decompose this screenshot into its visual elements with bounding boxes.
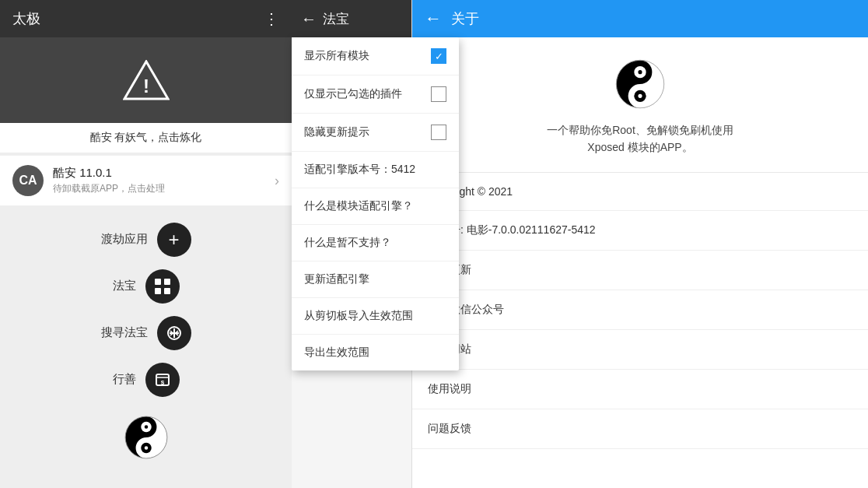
update-engine-label: 更新适配引擎 (304, 272, 369, 286)
export-scope-label: 导出生效范围 (304, 346, 369, 360)
warning-banner: ! (0, 37, 292, 123)
dropdown-show-selected[interactable]: 仅显示已勾选的插件 (292, 75, 459, 114)
fabao-label: 法宝 (113, 279, 136, 293)
show-selected-checkbox[interactable] (431, 86, 446, 102)
svg-point-16 (144, 446, 147, 449)
svg-rect-5 (164, 288, 170, 294)
right-manual[interactable]: 使用说明 (412, 370, 868, 409)
right-website[interactable]: 官方网站 (412, 330, 868, 370)
rescue-label: 渡劫应用 (101, 232, 148, 247)
right-header: ← 关于 (412, 0, 868, 37)
app-icon-label: CA (19, 174, 37, 188)
svg-point-15 (144, 425, 147, 428)
dropdown-panel: 显示所有模块 仅显示已勾选的插件 隐藏更新提示 适配引擎版本号：5412 什么是… (292, 37, 459, 370)
show-all-checkbox[interactable] (431, 48, 446, 64)
dropdown-import-scope[interactable]: 从剪切板导入生效范围 (292, 298, 459, 335)
btn-row-shansen: 行善 $ (113, 363, 180, 397)
middle-back-button[interactable]: ← (301, 10, 317, 28)
warning-text[interactable]: 酷安 有妖气，点击炼化 (0, 123, 292, 153)
btn-row-rescue: 渡劫应用 + (101, 223, 191, 257)
right-copyright: Copyright © 2021 (412, 173, 868, 211)
app-sub: 待卸载截原APP，点击处理 (53, 182, 275, 195)
right-content: 一个帮助你免Root、免解锁免刷机使用Xposed 模块的APP。 Copyri… (412, 37, 868, 488)
hide-update-checkbox[interactable] (431, 125, 446, 140)
search-button[interactable] (157, 316, 191, 350)
dropdown-what-engine[interactable]: 什么是模块适配引擎？ (292, 188, 459, 225)
shansen-button[interactable]: $ (145, 363, 180, 397)
svg-text:!: ! (143, 75, 149, 97)
dropdown-update-engine[interactable]: 更新适配引擎 (292, 262, 459, 298)
right-desc: 一个帮助你免Root、免解锁免刷机使用Xposed 模块的APP。 (547, 121, 733, 156)
dropdown-show-all-modules[interactable]: 显示所有模块 (292, 37, 459, 75)
import-scope-label: 从剪切板导入生效范围 (304, 309, 413, 323)
rescue-button[interactable]: + (157, 223, 191, 257)
svg-rect-3 (164, 279, 170, 285)
menu-icon[interactable]: ⋮ (264, 9, 279, 28)
dropdown-hide-update[interactable]: 隐藏更新提示 (292, 114, 459, 152)
app-icon: CA (12, 165, 44, 196)
app-title: 太极 (12, 9, 264, 28)
right-check-update[interactable]: 检查更新 (412, 251, 868, 290)
show-all-label: 显示所有模块 (304, 49, 369, 63)
right-feedback[interactable]: 问题反馈 (412, 409, 868, 449)
dropdown-what-unsupport[interactable]: 什么是暂不支持？ (292, 225, 459, 262)
svg-rect-4 (155, 288, 161, 294)
chevron-right-icon: › (275, 173, 279, 189)
right-wechat[interactable]: 关注微信公众号 (412, 290, 868, 330)
what-unsupport-label: 什么是暂不支持？ (304, 236, 391, 250)
svg-point-23 (638, 70, 642, 74)
left-header: 太极 ⋮ (0, 0, 292, 37)
shansen-label: 行善 (113, 372, 136, 387)
hide-update-label: 隐藏更新提示 (304, 125, 369, 139)
app-row[interactable]: CA 酷安 11.0.1 待卸载截原APP，点击处理 › (0, 156, 292, 205)
what-engine-label: 什么是模块适配引擎？ (304, 199, 413, 213)
app-name: 酷安 11.0.1 (53, 166, 275, 181)
right-back-button[interactable]: ← (425, 9, 442, 29)
manual-text: 使用说明 (428, 382, 471, 395)
middle-header: ← 法宝 (292, 0, 411, 37)
right-panel: ← 关于 一个帮助你免Root、免解锁免刷机使用Xposed 模块的APP。 C… (412, 0, 868, 488)
feedback-text: 问题反馈 (428, 422, 471, 434)
middle-title: 法宝 (323, 10, 349, 28)
svg-text:$: $ (160, 379, 164, 386)
right-version: 版本号: 电影-7.0.0.02111627-5412 (412, 211, 868, 251)
left-panel: 太极 ⋮ ! 酷安 有妖气，点击炼化 CA 酷安 11.0.1 待卸载截原APP… (0, 0, 292, 488)
show-selected-label: 仅显示已勾选的插件 (304, 87, 402, 101)
engine-version-label: 适配引擎版本号：5412 (304, 163, 415, 177)
fabao-button[interactable] (145, 269, 180, 304)
right-title: 关于 (451, 9, 479, 28)
yin-yang-bottom (124, 416, 168, 459)
dropdown-export-scope[interactable]: 导出生效范围 (292, 335, 459, 370)
svg-rect-2 (155, 279, 161, 285)
search-label: 搜寻法宝 (101, 325, 148, 340)
svg-point-24 (638, 94, 642, 98)
btn-row-search: 搜寻法宝 (101, 316, 191, 350)
btn-row-fabao: 法宝 (113, 269, 180, 304)
app-info: 酷安 11.0.1 待卸载截原APP，点击处理 (53, 166, 275, 195)
warning-triangle-icon: ! (123, 60, 170, 100)
dropdown-engine-version: 适配引擎版本号：5412 (292, 152, 459, 188)
right-hero: 一个帮助你免Root、免解锁免刷机使用Xposed 模块的APP。 (412, 37, 868, 172)
buttons-area: 渡劫应用 + 法宝 搜寻法宝 (0, 205, 292, 488)
